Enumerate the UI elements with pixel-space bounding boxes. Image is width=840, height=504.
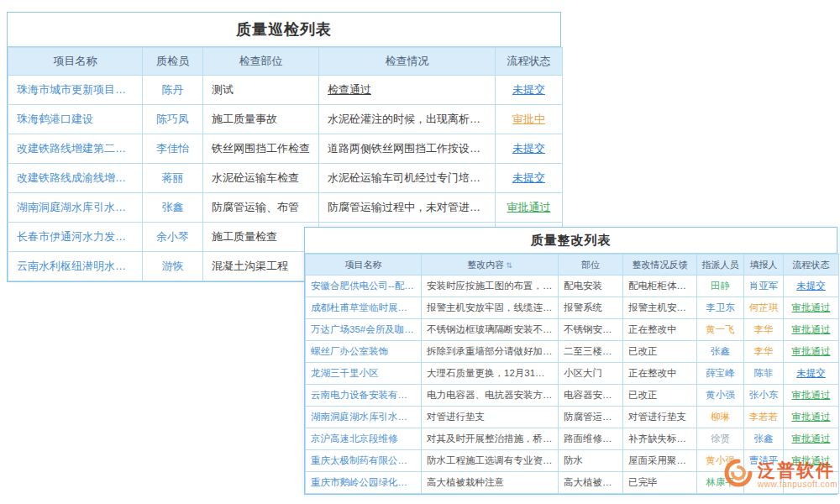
col-header-flow-status: 流程状态 [784, 255, 839, 276]
reporter-name: 张鑫 [754, 433, 774, 444]
status-cell: 审批通过 [496, 193, 563, 223]
status-link[interactable]: 审批中 [512, 113, 545, 125]
table-row: 京沪高速北京段维修 对其及时开展整治措施，桥头... 路面维修检... 补齐缺失… [306, 428, 839, 450]
inspection-part-cell: 铁丝网围挡工作检查 [203, 134, 319, 164]
watermark-brand: 泛普软件 [758, 460, 837, 480]
part-cell: 路面维修检... [559, 428, 623, 450]
inspector-link[interactable]: 李佳怡 [143, 134, 203, 164]
table-row: 成都杜甫草堂临时展厅独立展... 报警主机安放牢固，线缆连接... 报警系统 报… [306, 297, 839, 319]
status-link[interactable]: 审批通过 [792, 346, 831, 356]
reporter-name: 李若若 [749, 412, 779, 422]
status-link[interactable]: 审批通过 [792, 390, 831, 400]
assignee-name: 张鑫 [711, 346, 730, 356]
project-name-link[interactable]: 湖南洞庭湖水库引水工... [8, 193, 143, 223]
project-name-link[interactable]: 安徽合肥供电公司--配电设备... [306, 276, 422, 297]
project-name-link[interactable]: 万达广场35#会所及咖啡厅空... [306, 319, 422, 341]
col-header-reporter: 填报人 [744, 255, 784, 276]
project-name-link[interactable]: 重庆市鹅岭公园绿化景观提升... [306, 472, 422, 494]
reporter-name: 李华 [754, 346, 774, 356]
rectify-content-cell: 对其及时开展整治措施，桥头... [422, 428, 559, 450]
inspection-part-cell: 测试 [203, 76, 319, 105]
inspection-situation-cell: 道路两侧铁丝网围挡工作按设计... [319, 134, 496, 164]
col-header-inspection-situation: 检查情况 [319, 48, 496, 76]
col-header-inspection-part: 检查部位 [203, 48, 319, 76]
project-name-link[interactable]: 珠海鹤港口建设 [8, 105, 143, 134]
reporter-name: 张小东 [749, 390, 779, 400]
feedback-cell: 正在整改中 [623, 363, 697, 385]
assignee-cell: 李卫东 [697, 297, 744, 319]
inspection-part-cell: 施工质量事故 [203, 105, 319, 134]
rectify-content-cell: 对管进行垫支 [422, 407, 559, 428]
assignee-cell: 黄一飞 [697, 319, 744, 341]
assignee-cell: 黄小强 [697, 385, 744, 407]
reporter-cell: 陈菲 [744, 363, 784, 385]
status-link[interactable]: 未提交 [796, 368, 826, 378]
project-name-link[interactable]: 云南电力设备安装有限公司20... [306, 385, 422, 407]
table-row: 改建铁路线增建第二线... 李佳怡 铁丝网围挡工作检查 道路两侧铁丝网围挡工作按… [8, 134, 563, 164]
project-name-link[interactable]: 龙湖三千里小区 [306, 363, 422, 385]
part-cell: 二至三楼混... [559, 341, 623, 363]
sort-icon[interactable]: ⇅ [506, 261, 512, 270]
project-name-link[interactable]: 改建铁路线增建第二线... [8, 134, 143, 164]
feedback-cell: 已改正 [623, 385, 697, 407]
project-name-link[interactable]: 成都杜甫草堂临时展厅独立展... [306, 297, 422, 319]
status-link[interactable]: 审批通过 [792, 324, 831, 334]
status-link[interactable]: 未提交 [512, 83, 545, 96]
inspector-link[interactable]: 张鑫 [143, 193, 203, 223]
status-link[interactable]: 未提交 [796, 281, 826, 291]
rectify-content-cell: 安装时应按施工图的布置，将... [422, 276, 559, 297]
feedback-cell: 屋面采用聚氨... [623, 450, 697, 472]
reporter-cell: 张鑫 [744, 428, 784, 450]
assignee-cell: 薛宝峰 [697, 363, 744, 385]
status-cell: 审批通过 [784, 341, 839, 363]
part-cell: 防水 [559, 450, 623, 472]
inspector-link[interactable]: 陈丹 [143, 76, 203, 105]
part-cell: 不锈钢安装... [559, 319, 623, 341]
reporter-cell: 李华 [744, 341, 784, 363]
project-name-link[interactable]: 改建铁路线成渝线增建第... [8, 164, 143, 193]
inspector-link[interactable]: 余小琴 [143, 223, 203, 252]
table-row: 云南电力设备安装有限公司20... 电力电容器、电抗器安装方案... 电容器安装… [306, 385, 839, 407]
rectification-header-row: 项目名称 整改内容⇅ 部位 整改情况反馈 指派人员 填报人 流程状态 [306, 255, 839, 276]
inspection-list-title: 质量巡检列表 [8, 13, 560, 47]
table-row: 龙湖三千里小区 大理石质量更换，12月31日之... 小区大门 正在整改中 薛宝… [306, 363, 839, 385]
part-cell: 配电安装 [559, 276, 623, 297]
inspection-part-cell: 施工质量检查 [203, 223, 319, 252]
col-header-feedback: 整改情况反馈 [623, 255, 697, 276]
status-link[interactable]: 未提交 [512, 171, 545, 184]
feedback-cell: 已完毕 [623, 472, 697, 494]
project-name-link[interactable]: 重庆太极制药有限公司亳州中... [306, 450, 422, 472]
status-cell: 未提交 [496, 76, 563, 105]
status-link[interactable]: 审批通过 [792, 302, 831, 312]
status-link[interactable]: 未提交 [512, 142, 545, 155]
status-cell: 未提交 [784, 276, 839, 297]
feedback-cell: 正在整改中 [623, 319, 697, 341]
status-link[interactable]: 审批通过 [792, 433, 831, 444]
rectification-list-title: 质量整改列表 [305, 228, 837, 254]
col-header-rectify-content[interactable]: 整改内容⇅ [422, 255, 559, 276]
feedback-cell: 配电柜柜体与... [623, 276, 697, 297]
rectify-content-cell: 电力电容器、电抗器安装方案... [422, 385, 559, 407]
rectification-list-card: 质量整改列表 项目名称 整改内容⇅ 部位 整改情况反馈 指派人员 填报人 流程状… [304, 227, 837, 495]
project-name-link[interactable]: 螺丝厂办公室装饰 [306, 341, 422, 363]
inspector-link[interactable]: 游恢 [143, 252, 203, 281]
assignee-name: 黄小强 [706, 390, 735, 400]
inspector-link[interactable]: 陈巧凤 [143, 105, 203, 134]
assignee-name: 徐贤 [711, 433, 730, 444]
part-cell: 电容器安装... [559, 385, 623, 407]
project-name-link[interactable]: 珠海市城市更新项目紫... [8, 76, 143, 105]
inspection-part-cell: 水泥砼运输车检查 [203, 164, 319, 193]
reporter-cell: 肖亚军 [744, 276, 784, 297]
project-name-link[interactable]: 京沪高速北京段维修 [306, 428, 422, 450]
inspection-situation-cell: 检查通过 [319, 76, 496, 105]
project-name-link[interactable]: 湖南洞庭湖水库引水工程施工1标 [306, 407, 422, 428]
feedback-cell: 已改正 [623, 341, 697, 363]
status-link[interactable]: 审批通过 [507, 201, 551, 213]
inspector-link[interactable]: 蒋丽 [143, 164, 203, 193]
inspection-situation-cell: 水泥砼灌注的时候，出现离析现象 [319, 105, 496, 134]
col-header-flow-status: 流程状态 [496, 48, 563, 76]
project-name-link[interactable]: 长春市伊通河水力发电... [8, 223, 143, 252]
status-link[interactable]: 审批通过 [792, 412, 831, 422]
project-name-link[interactable]: 云南水利枢纽潜明水库... [8, 252, 143, 281]
rectify-content-cell: 不锈钢边框玻璃隔断安装不平... [422, 319, 559, 341]
